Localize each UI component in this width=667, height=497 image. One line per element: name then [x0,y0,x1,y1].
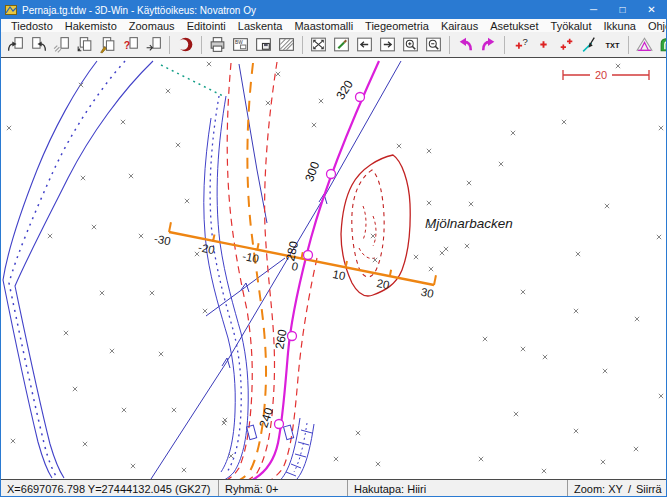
zoom-prev-button[interactable] [354,34,375,56]
pick-line-button[interactable] [579,34,600,56]
status-zoom-label: Zoom: XY [574,483,623,495]
survey-point-marker [465,244,469,248]
menu-item-editointi[interactable]: Editointi [181,20,232,32]
profile-tick [434,275,436,285]
contour-blue-dotted [210,96,241,472]
elevation-label: 260 [272,328,289,350]
survey-point-marker [176,143,180,147]
hill-squiggle-1 [363,206,366,240]
close-button[interactable]: ✕ [637,1,666,19]
menu-item-tiedosto[interactable]: Tiedosto [5,20,59,32]
print-button[interactable] [207,34,228,56]
survey-point-marker [319,99,323,103]
file-paste-icon [98,35,117,54]
redo-button[interactable] [478,34,499,56]
survey-point-marker [616,64,620,68]
toolbar-separator [302,36,303,54]
survey-point-marker [48,234,52,238]
survey-point-marker [73,387,77,391]
status-search-mode: Hakutapa: Hiiri [348,480,568,497]
file-open-button[interactable] [5,34,26,56]
survey-point-marker [356,431,360,435]
minimize-button[interactable]: ─ [579,1,608,19]
survey-point-marker [11,439,15,443]
maximize-button[interactable]: □ [608,1,637,19]
svg-text:TXT: TXT [606,41,620,50]
triangulation-button[interactable] [634,34,655,56]
menu-item-ikkuna[interactable]: Ikkuna [597,20,641,32]
file-save-button[interactable] [28,34,49,56]
menu-item-asetukset[interactable]: Asetukset [484,20,544,32]
file-copy-icon [75,35,94,54]
road-tools-button[interactable] [657,34,666,56]
file-formats-button[interactable] [51,34,72,56]
add-point-query-button[interactable]: ? [510,34,531,56]
scale-bar: 20 [563,69,649,81]
stream-band [3,61,153,478]
menu-item-ohje[interactable]: Ohje [642,20,667,32]
survey-point-marker [110,349,114,353]
survey-point-marker [159,352,163,356]
menu-item-zoomaus[interactable]: Zoomaus [123,20,181,32]
undo-button[interactable] [455,34,476,56]
map-canvas[interactable]: Mjölnarbacken 20 -30-20-100102030 320300… [1,58,667,479]
elevation-circle [356,93,365,102]
survey-point-marker [444,247,448,251]
file-help-button[interactable]: ? [120,34,141,56]
file-close-button[interactable] [143,34,164,56]
zoom-in-button[interactable] [400,34,421,56]
survey-point-marker [266,101,270,105]
survey-point-marker [601,460,605,464]
menu-item-hakemisto[interactable]: Hakemisto [59,20,123,32]
zoom-next-button[interactable] [377,34,398,56]
fence-line-cross [206,258,285,316]
file-copy-button[interactable] [74,34,95,56]
image-bw-button[interactable]: BW [230,34,251,56]
zoom-out-button[interactable] [423,34,444,56]
profile-tick-label: 30 [420,286,435,300]
survey-point-marker [574,429,578,433]
profile-tick-label: -20 [197,241,216,256]
zoom-all-button[interactable] [308,34,329,56]
file-paste-button[interactable] [97,34,118,56]
zoom-out-icon [424,35,443,54]
zoom-in-icon [401,35,420,54]
menu-item-kairaus[interactable]: Kairaus [435,20,484,32]
survey-point-marker [521,290,525,294]
survey-point-marker [657,235,661,239]
survey-point-marker [499,162,503,166]
zoom-window-button[interactable] [331,34,352,56]
add-points-button[interactable] [556,34,577,56]
survey-point-marker [467,181,471,185]
survey-point-marker [129,174,133,178]
menu-item-tiegeometria[interactable]: Tiegeometria [359,20,435,32]
zoom-all-icon [309,35,328,54]
survey-point-marker [131,464,135,468]
survey-point-marker [100,291,104,295]
survey-point-marker [659,394,663,398]
stream-band-center-dotted [9,61,125,478]
svg-text:?: ? [124,39,130,51]
profile-tick [302,252,303,258]
elevation-label: 240 [256,406,276,430]
hatch-area-button[interactable] [276,34,297,56]
profile-tick [390,270,391,276]
hill-squiggle-3 [359,248,375,259]
redraw-button[interactable] [175,34,196,56]
file-open-icon [6,35,25,54]
save-view-button[interactable] [253,34,274,56]
menu-item-laskenta[interactable]: Laskenta [232,20,289,32]
menu-item-työkalut[interactable]: Työkalut [545,20,598,32]
text-button[interactable]: TXT [602,34,623,56]
survey-point-marker [440,251,444,255]
survey-point-marker [7,126,11,130]
survey-point-marker [414,255,418,259]
survey-point-marker [603,369,607,373]
add-point-icon [534,35,553,54]
pick-line-icon [580,35,599,54]
survey-point-marker [376,462,380,466]
survey-point-marker [121,120,125,124]
menu-item-maastomalli[interactable]: Maastomalli [288,20,359,32]
add-point-button[interactable] [533,34,554,56]
profile-tick-label: -30 [153,232,172,247]
